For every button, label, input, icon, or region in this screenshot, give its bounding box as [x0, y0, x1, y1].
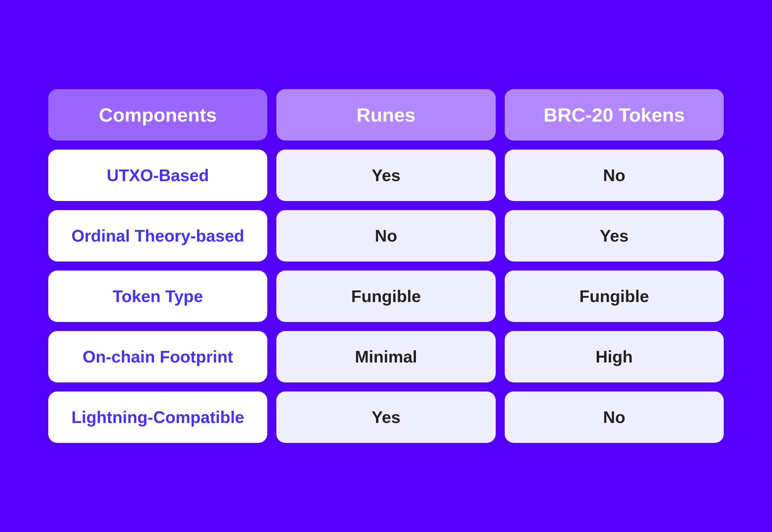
row-tokentype-runes-text: Fungible	[351, 287, 421, 306]
row-lightning-brc20: No	[505, 391, 724, 443]
row-ordinal-brc20-text: Yes	[600, 226, 629, 245]
row-utxo-brc20-text: No	[603, 166, 625, 185]
row-lightning-label: Lightning-Compatible	[48, 391, 267, 443]
row-ordinal-brc20: Yes	[505, 210, 724, 261]
header-brc20-label: BRC-20 Tokens	[544, 104, 685, 126]
row-footprint-runes: Minimal	[276, 331, 495, 382]
row-tokentype-label: Token Type	[48, 271, 267, 322]
row-ordinal-label: Ordinal Theory-based	[48, 210, 267, 261]
row-lightning-runes: Yes	[276, 391, 495, 443]
row-ordinal-runes: No	[276, 210, 495, 261]
row-tokentype-brc20-text: Fungible	[579, 287, 649, 306]
header-runes: Runes	[276, 89, 495, 141]
row-ordinal-runes-text: No	[375, 226, 397, 245]
row-lightning-label-text: Lightning-Compatible	[71, 408, 244, 427]
row-utxo-runes: Yes	[276, 150, 495, 201]
row-utxo-brc20: No	[505, 150, 724, 201]
row-tokentype-label-text: Token Type	[113, 287, 203, 306]
row-footprint-brc20-text: High	[596, 347, 633, 366]
row-utxo-label-text: UTXO-Based	[107, 166, 209, 185]
header-runes-label: Runes	[356, 104, 415, 126]
row-ordinal-label-text: Ordinal Theory-based	[71, 226, 244, 245]
row-utxo-runes-text: Yes	[372, 166, 400, 185]
row-lightning-brc20-text: No	[603, 408, 625, 427]
row-utxo-label: UTXO-Based	[48, 150, 267, 201]
header-components-label: Components	[99, 104, 217, 126]
row-tokentype-runes: Fungible	[276, 271, 495, 322]
row-footprint-runes-text: Minimal	[355, 347, 417, 366]
row-footprint-brc20: High	[505, 331, 724, 382]
row-footprint-label: On-chain Footprint	[48, 331, 267, 382]
row-footprint-label-text: On-chain Footprint	[83, 347, 233, 366]
row-tokentype-brc20: Fungible	[505, 271, 724, 322]
header-brc20: BRC-20 Tokens	[505, 89, 724, 141]
row-lightning-runes-text: Yes	[372, 408, 400, 427]
header-components: Components	[48, 89, 267, 141]
comparison-table: Components Runes BRC-20 Tokens UTXO-Base…	[48, 89, 724, 443]
